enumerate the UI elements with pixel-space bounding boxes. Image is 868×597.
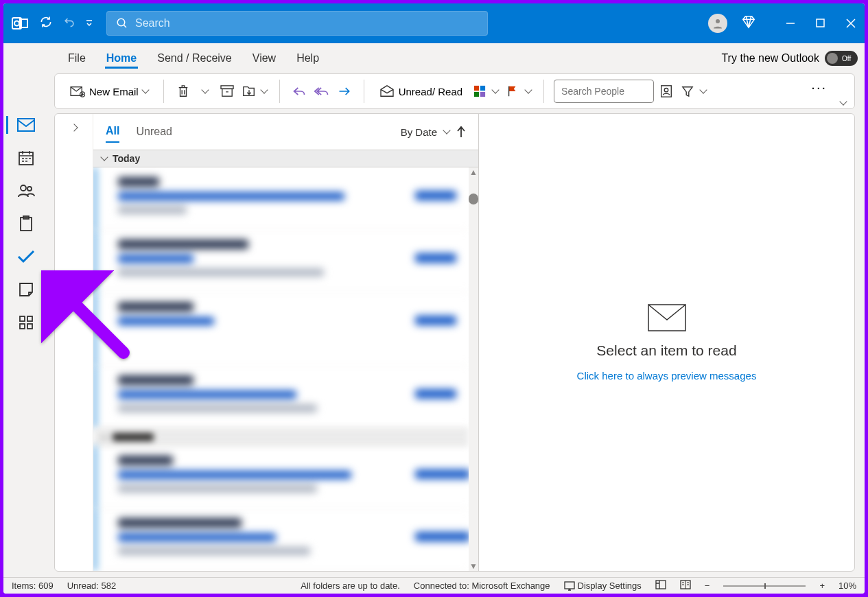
svg-rect-23 (27, 316, 32, 321)
mail-icon[interactable] (16, 116, 36, 134)
menu-bar: File Home Send / Receive View Help Try t… (3, 43, 865, 73)
svg-point-1 (14, 21, 19, 26)
tab-all[interactable]: All (106, 121, 119, 143)
nav-sidebar (3, 113, 49, 577)
display-settings-button[interactable]: Display Settings (564, 581, 642, 591)
message-item[interactable] (93, 230, 469, 292)
sort-label[interactable]: By Date (401, 126, 437, 138)
message-list: All Unread By Date Today (93, 114, 479, 571)
sort-direction-icon[interactable] (456, 126, 466, 138)
folder-pane[interactable] (55, 114, 93, 571)
svg-point-4 (716, 19, 720, 23)
title-bar (3, 3, 865, 43)
filter-button[interactable] (679, 79, 709, 104)
svg-point-3 (117, 19, 125, 26)
message-item[interactable] (93, 508, 469, 571)
status-unread: Unread: 582 (67, 581, 117, 591)
zoom-in-button[interactable]: + (819, 581, 825, 591)
svg-rect-8 (221, 86, 233, 89)
message-item[interactable] (93, 167, 469, 230)
search-people-input[interactable] (554, 80, 654, 103)
svg-rect-27 (565, 582, 574, 589)
delete-button[interactable] (174, 79, 193, 104)
move-button[interactable] (239, 79, 270, 104)
minimize-button[interactable] (784, 16, 797, 30)
scrollbar[interactable]: ▲ ▼ (469, 167, 478, 571)
zoom-slider[interactable] (723, 585, 806, 587)
svg-rect-12 (474, 92, 479, 97)
message-item[interactable] (93, 366, 469, 428)
message-item[interactable] (93, 446, 469, 508)
close-button[interactable] (844, 16, 858, 30)
view-reading-icon[interactable] (680, 580, 691, 592)
preview-link[interactable]: Click here to always preview messages (577, 370, 757, 382)
flag-button[interactable] (504, 79, 534, 104)
svg-rect-9 (222, 89, 231, 96)
svg-rect-24 (20, 324, 25, 329)
svg-point-15 (664, 88, 668, 91)
svg-rect-16 (18, 119, 34, 131)
tasks-icon[interactable] (16, 215, 36, 233)
svg-rect-22 (20, 316, 25, 321)
ribbon-overflow-button[interactable]: ··· (811, 80, 827, 95)
search-box[interactable] (106, 11, 488, 36)
outlook-logo-icon (10, 14, 30, 32)
menu-home[interactable]: Home (105, 48, 138, 69)
address-book-button[interactable] (657, 79, 676, 104)
svg-rect-5 (817, 19, 824, 27)
zoom-out-button[interactable]: − (705, 581, 710, 591)
svg-rect-10 (474, 86, 479, 91)
svg-rect-28 (656, 581, 666, 589)
qat-dropdown-icon[interactable] (86, 17, 93, 30)
reply-all-button[interactable] (312, 79, 332, 104)
preview-title: Select an item to read (596, 342, 736, 359)
calendar-icon[interactable] (16, 149, 36, 167)
status-folders: All folders are up to date. (301, 581, 400, 591)
menu-help[interactable]: Help (295, 48, 320, 69)
maximize-button[interactable] (814, 16, 828, 30)
svg-rect-25 (27, 324, 32, 329)
reading-pane: Select an item to read Click here to alw… (479, 114, 854, 571)
status-items: Items: 609 (12, 581, 54, 591)
people-icon[interactable] (16, 182, 36, 200)
group-header[interactable]: Today (93, 150, 478, 167)
menu-send-receive[interactable]: Send / Receive (156, 48, 233, 69)
menu-view[interactable]: View (251, 48, 277, 69)
todo-icon[interactable] (16, 248, 36, 266)
svg-rect-11 (480, 86, 485, 91)
ribbon-collapse-icon[interactable] (841, 95, 846, 107)
tab-unread[interactable]: Unread (136, 121, 172, 142)
diamond-icon[interactable] (741, 14, 756, 32)
categorize-button[interactable] (471, 79, 501, 104)
try-new-outlook-toggle[interactable]: Off (825, 51, 858, 66)
menu-file[interactable]: File (67, 48, 87, 69)
delete-dropdown[interactable] (196, 79, 215, 104)
sync-icon[interactable] (39, 15, 53, 32)
notes-icon[interactable] (16, 281, 36, 298)
search-icon (116, 17, 128, 30)
chevron-down-icon (141, 86, 149, 93)
forward-button[interactable] (335, 79, 354, 104)
svg-point-18 (21, 185, 26, 191)
scroll-thumb[interactable] (469, 194, 478, 204)
envelope-icon (648, 304, 686, 331)
undo-icon[interactable] (62, 15, 76, 32)
svg-rect-13 (480, 92, 485, 97)
chevron-down-icon (100, 153, 108, 161)
unread-read-button[interactable]: Unread/ Read (374, 79, 468, 104)
archive-button[interactable] (218, 79, 237, 104)
new-email-button[interactable]: New Email (64, 79, 154, 104)
chevron-down-icon (443, 126, 450, 134)
reply-button[interactable] (290, 79, 309, 104)
message-item[interactable] (93, 292, 469, 366)
ribbon: New Email Unread/ Read (54, 73, 855, 109)
zoom-level[interactable]: 10% (838, 581, 856, 591)
status-connected: Connected to: Microsoft Exchange (414, 581, 550, 591)
svg-rect-14 (661, 86, 672, 97)
more-apps-icon[interactable] (16, 314, 36, 331)
view-normal-icon[interactable] (655, 580, 666, 592)
group-header[interactable] (93, 428, 469, 446)
search-input[interactable] (135, 17, 478, 30)
expand-folder-icon[interactable] (71, 121, 77, 571)
account-avatar-icon[interactable] (708, 14, 727, 33)
